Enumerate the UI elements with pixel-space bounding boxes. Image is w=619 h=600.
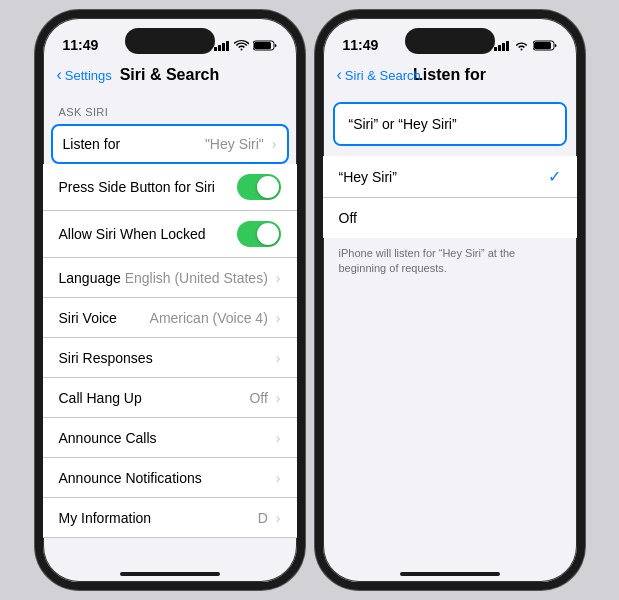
left-content: ASK SIRI Listen for "Hey Siri" › Press S… (43, 92, 297, 538)
press-side-label: Press Side Button for Siri (59, 179, 215, 195)
right-status-icons (494, 40, 557, 51)
left-nav-bar: ‹ Settings Siri & Search (43, 62, 297, 92)
back-label: Settings (65, 68, 112, 83)
svg-rect-9 (506, 41, 509, 51)
listen-description: iPhone will listen for “Hey Siri” at the… (323, 238, 577, 289)
language-label: Language (59, 270, 121, 286)
siri-voice-item[interactable]: Siri Voice American (Voice 4) › (43, 298, 297, 338)
hey-siri-checkmark: ✓ (548, 167, 561, 186)
announce-calls-chevron: › (276, 430, 281, 446)
announce-notifications-chevron: › (276, 470, 281, 486)
chevron-left-icon: ‹ (57, 66, 62, 84)
press-side-toggle[interactable] (237, 174, 281, 200)
svg-rect-1 (218, 45, 221, 51)
off-label: Off (339, 210, 357, 226)
svg-rect-0 (214, 47, 217, 51)
right-dynamic-island (405, 28, 495, 54)
hey-siri-option[interactable]: “Hey Siri” ✓ (323, 156, 577, 198)
home-indicator (120, 572, 220, 576)
my-information-chevron: › (276, 510, 281, 526)
right-back-button[interactable]: ‹ Siri & Search (337, 66, 421, 84)
announce-calls-item[interactable]: Announce Calls › (43, 418, 297, 458)
call-hang-up-right: Off › (249, 390, 280, 406)
hey-siri-label: “Hey Siri” (339, 169, 397, 185)
my-information-value: D (258, 510, 268, 526)
svg-rect-2 (222, 43, 225, 51)
svg-rect-6 (494, 47, 497, 51)
call-hang-up-item[interactable]: Call Hang Up Off › (43, 378, 297, 418)
svg-rect-7 (498, 45, 501, 51)
status-time: 11:49 (63, 37, 99, 53)
language-item[interactable]: Language English (United States) › (43, 258, 297, 298)
right-home-indicator (400, 572, 500, 576)
right-back-label: Siri & Search (345, 68, 421, 83)
options-list: “Hey Siri” ✓ Off (323, 156, 577, 238)
signal-icon (214, 40, 230, 51)
right-wifi-icon (514, 40, 529, 51)
announce-calls-label: Announce Calls (59, 430, 157, 446)
status-icons (214, 40, 277, 51)
listen-for-value: "Hey Siri" (205, 136, 264, 152)
option-header-box[interactable]: “Siri” or “Hey Siri” (333, 102, 567, 146)
allow-locked-label: Allow Siri When Locked (59, 226, 206, 242)
call-hang-up-value: Off (249, 390, 267, 406)
settings-list: Press Side Button for Siri Allow Siri Wh… (43, 164, 297, 538)
language-value: English (United States) (125, 270, 268, 286)
svg-rect-3 (226, 41, 229, 51)
svg-rect-11 (534, 42, 551, 49)
siri-voice-label: Siri Voice (59, 310, 117, 326)
announce-notifications-item[interactable]: Announce Notifications › (43, 458, 297, 498)
allow-locked-item[interactable]: Allow Siri When Locked (43, 211, 297, 258)
left-phone: 11:49 ‹ Settings Siri & Search ASK SIRI … (35, 10, 305, 590)
right-signal-icon (494, 40, 510, 51)
right-phone: 11:49 ‹ Siri & Search Listen for “Siri” … (315, 10, 585, 590)
announce-calls-right: › (276, 430, 281, 446)
listen-for-label: Listen for (63, 136, 121, 152)
option-header-inner: “Siri” or “Hey Siri” (335, 104, 565, 144)
my-information-right: D › (258, 510, 281, 526)
right-chevron-left-icon: ‹ (337, 66, 342, 84)
siri-responses-right: › (276, 350, 281, 366)
my-information-label: My Information (59, 510, 152, 526)
listen-for-row[interactable]: Listen for "Hey Siri" › (51, 124, 289, 164)
siri-voice-right: American (Voice 4) › (150, 310, 281, 326)
press-side-button-item[interactable]: Press Side Button for Siri (43, 164, 297, 211)
dynamic-island (125, 28, 215, 54)
right-content: “Siri” or “Hey Siri” “Hey Siri” ✓ Off iP… (323, 92, 577, 538)
siri-voice-value: American (Voice 4) (150, 310, 268, 326)
wifi-icon (234, 40, 249, 51)
right-nav-title: Listen for (413, 66, 486, 84)
right-status-time: 11:49 (343, 37, 379, 53)
right-battery-icon (533, 40, 557, 51)
siri-responses-item[interactable]: Siri Responses › (43, 338, 297, 378)
right-nav-bar: ‹ Siri & Search Listen for (323, 62, 577, 92)
svg-rect-5 (254, 42, 271, 49)
off-option[interactable]: Off (323, 198, 577, 238)
siri-responses-label: Siri Responses (59, 350, 153, 366)
language-chevron: › (276, 270, 281, 286)
nav-title: Siri & Search (120, 66, 220, 84)
back-button[interactable]: ‹ Settings (57, 66, 112, 84)
listen-for-right: "Hey Siri" › (205, 136, 277, 152)
siri-responses-chevron: › (276, 350, 281, 366)
allow-locked-toggle[interactable] (237, 221, 281, 247)
siri-voice-chevron: › (276, 310, 281, 326)
announce-notifications-right: › (276, 470, 281, 486)
svg-rect-8 (502, 43, 505, 51)
battery-icon (253, 40, 277, 51)
listen-for-chevron: › (272, 136, 277, 152)
siri-or-hey-siri-label: “Siri” or “Hey Siri” (349, 116, 457, 132)
my-information-item[interactable]: My Information D › (43, 498, 297, 538)
ask-siri-section-label: ASK SIRI (43, 92, 297, 124)
announce-notifications-label: Announce Notifications (59, 470, 202, 486)
language-right: English (United States) › (125, 270, 281, 286)
call-hang-up-chevron: › (276, 390, 281, 406)
call-hang-up-label: Call Hang Up (59, 390, 142, 406)
